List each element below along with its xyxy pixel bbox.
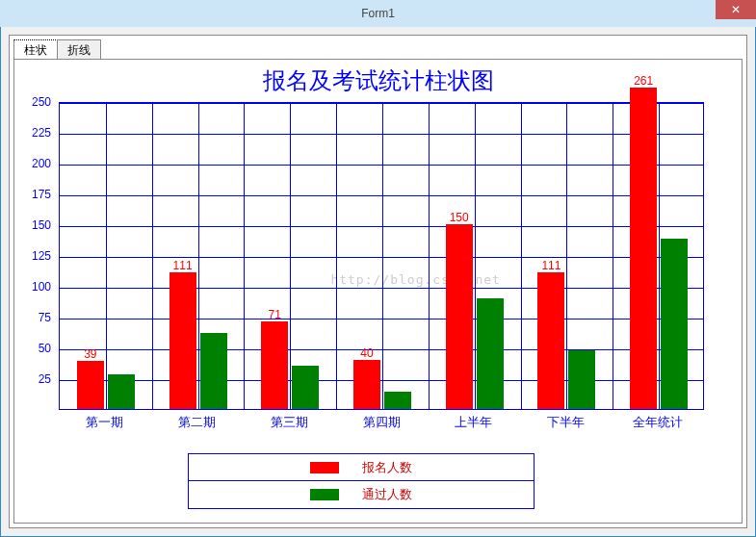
bar-registered — [537, 272, 564, 409]
y-tick-label: 100 — [32, 280, 51, 294]
x-tick-label: 第三期 — [271, 414, 308, 431]
bar-value-label: 40 — [360, 346, 373, 360]
bar-value-label: 150 — [450, 211, 469, 224]
chart-plot-area: http://blog.csdn.net 391117140150111261 — [59, 102, 704, 410]
client-area: 柱状 折线 报名及考试统计柱状图 25507510012515017520022… — [0, 27, 756, 537]
y-tick-label: 75 — [39, 311, 51, 324]
bar-passed — [200, 333, 227, 409]
y-tick-label: 125 — [32, 249, 51, 263]
x-tick-label: 全年统计 — [633, 414, 683, 431]
bar-value-label: 111 — [173, 259, 193, 272]
gridline-v — [290, 103, 291, 409]
bar-passed — [477, 298, 504, 409]
gridline-v — [244, 103, 245, 409]
legend-label: 通过人数 — [362, 486, 412, 503]
gridline-v — [521, 103, 522, 409]
form-panel: 柱状 折线 报名及考试统计柱状图 25507510012515017520022… — [9, 35, 747, 528]
gridline-v — [429, 103, 430, 409]
bar-registered — [261, 321, 288, 409]
y-tick-label: 250 — [32, 95, 51, 109]
window-title: Form1 — [361, 7, 395, 20]
x-tick-label: 第四期 — [363, 414, 401, 431]
x-tick-label: 第二期 — [178, 414, 216, 431]
close-button[interactable]: ✕ — [716, 0, 756, 19]
bar-value-label: 111 — [541, 259, 560, 272]
legend-swatch-red — [310, 462, 339, 473]
bar-passed — [384, 392, 411, 409]
bar-value-label: 71 — [269, 308, 281, 321]
legend-swatch-green — [310, 489, 339, 500]
gridline-v — [382, 103, 383, 409]
x-tick-label: 第一期 — [86, 414, 123, 431]
gridline-h — [60, 165, 703, 166]
gridline-v — [659, 103, 660, 409]
y-tick-label: 25 — [39, 372, 51, 386]
tab-label: 柱状 — [24, 43, 47, 57]
x-axis: 第一期第二期第三期第四期上半年下半年全年统计 — [59, 412, 704, 431]
y-axis: 255075100125150175200225250 — [24, 102, 55, 410]
bar-value-label: 39 — [84, 347, 96, 361]
gridline-h — [60, 257, 703, 258]
y-tick-label: 200 — [32, 157, 51, 170]
gridline-v — [566, 103, 567, 409]
legend-label: 报名人数 — [362, 459, 412, 476]
legend: 报名人数 通过人数 — [188, 453, 534, 509]
bar-passed — [661, 239, 688, 409]
bar-passed — [108, 374, 135, 409]
bar-registered — [446, 224, 473, 409]
gridline-h — [60, 288, 703, 289]
legend-entry-passed: 通过人数 — [189, 481, 534, 508]
titlebar: Form1 ✕ — [0, 0, 756, 27]
bar-registered — [630, 88, 657, 409]
gridline-h — [60, 349, 703, 350]
x-tick-label: 上半年 — [455, 414, 492, 431]
gridline-h — [60, 380, 703, 381]
gridline-h — [60, 195, 703, 196]
app-window: Form1 ✕ 柱状 折线 报名及考试统计柱状图 255075100125150… — [0, 0, 756, 537]
bar-value-label: 261 — [634, 74, 653, 88]
y-tick-label: 225 — [32, 126, 51, 140]
gridline-v — [198, 103, 199, 409]
tab-label: 折线 — [67, 43, 91, 57]
close-icon: ✕ — [731, 3, 741, 16]
y-tick-label: 50 — [39, 342, 51, 355]
x-tick-label: 下半年 — [547, 414, 585, 431]
bar-registered — [169, 272, 196, 409]
y-tick-label: 150 — [32, 218, 51, 232]
gridline-h — [60, 134, 703, 135]
gridline-h — [60, 103, 703, 104]
bar-passed — [292, 366, 319, 409]
bar-passed — [568, 350, 595, 409]
gridline-v — [613, 103, 613, 409]
gridline-v — [336, 103, 337, 409]
tabpage-bar-chart: 报名及考试统计柱状图 255075100125150175200225250 h… — [13, 59, 743, 524]
y-tick-label: 175 — [32, 188, 51, 201]
gridline-v — [475, 103, 476, 409]
gridline-h — [60, 319, 703, 320]
bar-registered — [353, 360, 380, 409]
gridline-v — [106, 103, 107, 409]
gridline-h — [60, 226, 703, 227]
gridline-v — [152, 103, 153, 409]
legend-entry-registered: 报名人数 — [189, 454, 534, 481]
bar-registered — [77, 361, 104, 409]
